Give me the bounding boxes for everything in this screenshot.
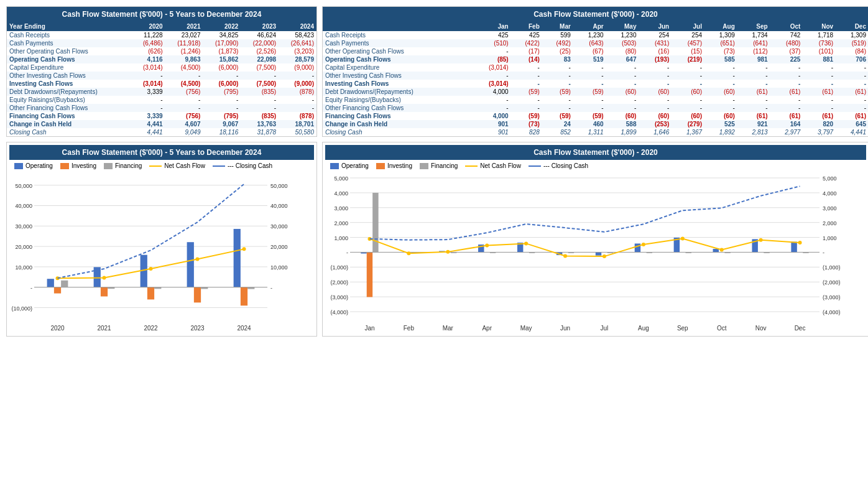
- right-table-row: Other Investing Cash Flows------------: [323, 72, 868, 80]
- right-table-header-11: Dec: [836, 22, 868, 31]
- svg-point-85: [798, 241, 802, 244]
- cell-value: -: [132, 72, 165, 80]
- cell-value: 599: [542, 31, 573, 39]
- cell-value: -: [803, 104, 836, 112]
- cell-value: -: [511, 72, 542, 80]
- right-table-header-5: Jun: [639, 22, 672, 31]
- right-table-row: Other Operating Cash Flows-(17)(25)(67)(…: [323, 47, 868, 55]
- cell-value: (626): [132, 47, 165, 55]
- cell-value: (85): [471, 55, 510, 63]
- cell-value: (61): [803, 88, 836, 96]
- cell-value: 11,228: [132, 31, 165, 39]
- row-label: Investing Cash Flows: [7, 80, 132, 88]
- cell-value: -: [737, 104, 770, 112]
- left-table-header-0: Year Ending: [7, 22, 132, 31]
- left-chart-legend: Operating Investing Financing Net Cash F…: [9, 160, 314, 172]
- cell-value: -: [241, 104, 279, 112]
- cell-value: -: [803, 72, 836, 80]
- bar: [187, 242, 194, 287]
- cell-value: (878): [279, 112, 316, 120]
- cell-value: -: [803, 63, 836, 72]
- left-table-header-3: 2022: [203, 22, 241, 31]
- cell-value: 9,067: [203, 120, 241, 128]
- cell-value: 585: [704, 55, 737, 63]
- row-label: Debt Drawdowns/(Repayments): [7, 88, 132, 96]
- cell-value: 2,813: [737, 128, 770, 136]
- cell-value: (3,203): [279, 47, 316, 55]
- cell-value: -: [573, 80, 606, 88]
- cell-value: (253): [639, 120, 672, 128]
- right-table-row: Equity Raisings/(Buybacks)------------: [323, 96, 868, 104]
- cell-value: (73): [704, 47, 737, 55]
- svg-point-77: [485, 243, 489, 247]
- cell-value: -: [573, 72, 606, 80]
- svg-point-78: [524, 241, 528, 245]
- right-table-header-7: Aug: [704, 22, 737, 31]
- right-table-label-header: [323, 22, 471, 31]
- row-label: Cash Receipts: [7, 31, 132, 39]
- svg-text:30,000: 30,000: [270, 223, 288, 230]
- right-table-title: Cash Flow Statement ($'000) - 2020: [323, 7, 868, 22]
- left-chart: (10,000)-10,00020,00030,00040,00050,0002…: [9, 172, 314, 333]
- right-table-header-6: Jul: [672, 22, 704, 31]
- right-chart-title: Cash Flow Statement ($'000) - 2020: [325, 145, 866, 160]
- cell-value: -: [542, 72, 573, 80]
- cell-value: (641): [737, 39, 770, 47]
- svg-text:Aug: Aug: [638, 325, 649, 332]
- cell-value: (1,246): [165, 47, 203, 55]
- cell-value: 706: [836, 55, 868, 63]
- cell-value: -: [672, 80, 704, 88]
- cell-value: (3,014): [471, 80, 510, 88]
- cell-value: (279): [672, 120, 704, 128]
- svg-text:10,000: 10,000: [15, 264, 32, 271]
- cell-value: (756): [165, 88, 203, 96]
- cell-value: (510): [471, 39, 510, 47]
- cell-value: -: [606, 96, 639, 104]
- cell-value: -: [672, 63, 704, 72]
- cell-value: (60): [704, 88, 737, 96]
- cell-value: 50,580: [279, 128, 316, 136]
- cell-value: (112): [737, 47, 770, 55]
- cell-value: 46,624: [241, 31, 279, 39]
- cell-value: (756): [165, 112, 203, 120]
- cell-value: -: [241, 96, 279, 104]
- bar: [372, 193, 378, 253]
- cell-value: -: [672, 96, 704, 104]
- svg-text:3,000: 3,000: [823, 205, 837, 212]
- left-table-header-4: 2023: [241, 22, 279, 31]
- cell-value: -: [542, 80, 573, 88]
- left-table-row: Equity Raisings/(Buybacks)-----: [7, 96, 316, 104]
- cell-value: 828: [511, 128, 542, 136]
- cell-value: -: [704, 63, 737, 72]
- cell-value: 4,000: [471, 112, 510, 120]
- cell-value: (61): [770, 112, 803, 120]
- right-table-header-8: Sep: [737, 22, 770, 31]
- cell-value: 225: [770, 55, 803, 63]
- row-label: Equity Raisings/(Buybacks): [7, 96, 132, 104]
- cell-value: (61): [737, 88, 770, 96]
- left-chart-title: Cash Flow Statement ($'000) - 5 Years to…: [9, 145, 314, 160]
- cell-value: -: [203, 104, 241, 112]
- cell-value: (61): [836, 88, 868, 96]
- row-label: Financing Cash Flows: [7, 112, 132, 120]
- cell-value: -: [672, 72, 704, 80]
- svg-text:Apr: Apr: [482, 325, 492, 332]
- cell-value: (503): [606, 39, 639, 47]
- cell-value: (11,918): [165, 39, 203, 47]
- bar: [61, 281, 68, 287]
- left-chart-panel: Cash Flow Statement ($'000) - 5 Years to…: [6, 142, 317, 337]
- cell-value: 18,701: [279, 120, 316, 128]
- row-label: Other Financing Cash Flows: [7, 104, 132, 112]
- cell-value: 4,441: [132, 128, 165, 136]
- right-table-row: Operating Cash Flows(85)(14)83519647(193…: [323, 55, 868, 63]
- svg-text:2020: 2020: [50, 325, 65, 332]
- cell-value: 2,977: [770, 128, 803, 136]
- cell-value: -: [770, 72, 803, 80]
- cell-value: -: [672, 104, 704, 112]
- svg-point-22: [149, 267, 153, 271]
- cell-value: (61): [737, 112, 770, 120]
- cell-value: (60): [672, 112, 704, 120]
- cell-value: (60): [639, 88, 672, 96]
- svg-text:Jan: Jan: [364, 325, 374, 332]
- svg-text:Oct: Oct: [717, 325, 727, 332]
